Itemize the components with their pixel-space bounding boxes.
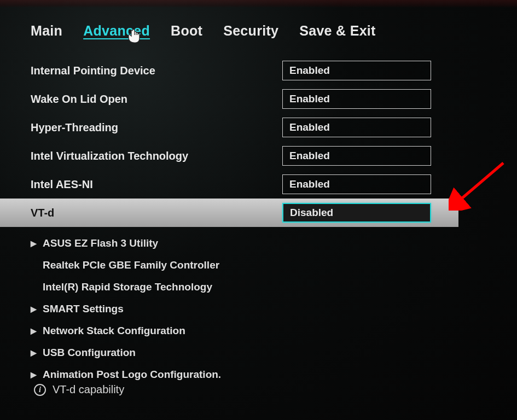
chevron-right-icon: ▶ [31, 305, 38, 313]
setting-value-select[interactable]: Disabled [282, 203, 431, 223]
submenu-animation-post-logo[interactable]: ▶ Animation Post Logo Configuration. [31, 364, 517, 386]
submenu-label: Realtek PCIe GBE Family Controller [43, 259, 219, 271]
setting-label: Hyper-Threading [31, 121, 282, 134]
chevron-right-icon: ▶ [31, 370, 38, 379]
setting-hyper-threading[interactable]: Hyper-Threading Enabled [31, 113, 517, 142]
tab-main[interactable]: Main [31, 23, 62, 39]
setting-label: VT-d [31, 207, 282, 219]
tab-security[interactable]: Security [223, 23, 278, 39]
submenu-label: USB Configuration [43, 347, 136, 359]
submenu-list: ▶ ASUS EZ Flash 3 Utility ▶ Realtek PCIe… [0, 227, 517, 386]
tab-boot[interactable]: Boot [171, 23, 202, 39]
setting-label: Internal Pointing Device [31, 65, 282, 77]
setting-wake-on-lid-open[interactable]: Wake On Lid Open Enabled [31, 85, 517, 113]
submenu-label: Intel(R) Rapid Storage Technology [43, 281, 212, 293]
setting-value-select[interactable]: Enabled [282, 118, 431, 137]
setting-intel-virtualization[interactable]: Intel Virtualization Technology Enabled [31, 142, 517, 170]
submenu-label: ASUS EZ Flash 3 Utility [43, 237, 158, 249]
setting-label: Intel AES-NI [31, 178, 282, 191]
submenu-asus-ez-flash[interactable]: ▶ ASUS EZ Flash 3 Utility [31, 232, 517, 254]
setting-value-select[interactable]: Enabled [282, 146, 431, 166]
tab-save-exit[interactable]: Save & Exit [299, 23, 375, 39]
chevron-right-icon: ▶ [31, 348, 38, 357]
setting-vt-d[interactable]: VT-d Disabled [0, 199, 458, 227]
chevron-right-icon: ▶ [31, 326, 38, 335]
submenu-label: Animation Post Logo Configuration. [43, 369, 221, 381]
setting-value-select[interactable]: Enabled [282, 89, 431, 109]
submenu-smart-settings[interactable]: ▶ SMART Settings [31, 298, 517, 320]
setting-label: Intel Virtualization Technology [31, 150, 282, 162]
submenu-label: SMART Settings [43, 303, 124, 315]
setting-internal-pointing-device[interactable]: Internal Pointing Device Enabled [31, 56, 517, 85]
submenu-intel-rapid-storage[interactable]: ▶ Intel(R) Rapid Storage Technology [31, 276, 517, 298]
settings-list: Internal Pointing Device Enabled Wake On… [0, 39, 517, 227]
tab-advanced[interactable]: Advanced [83, 23, 150, 39]
submenu-realtek-pcie[interactable]: ▶ Realtek PCIe GBE Family Controller [31, 254, 517, 276]
submenu-label: Network Stack Configuration [43, 325, 185, 337]
submenu-usb-config[interactable]: ▶ USB Configuration [31, 342, 517, 364]
setting-value-select[interactable]: Enabled [282, 174, 431, 194]
setting-label: Wake On Lid Open [31, 93, 282, 106]
setting-intel-aes-ni[interactable]: Intel AES-NI Enabled [31, 170, 517, 199]
submenu-network-stack[interactable]: ▶ Network Stack Configuration [31, 320, 517, 342]
window-top-edge [0, 0, 517, 8]
setting-value-select[interactable]: Enabled [282, 61, 431, 80]
chevron-right-icon: ▶ [31, 239, 38, 248]
info-icon: i [34, 384, 46, 396]
help-bar: i VT-d capability [34, 383, 124, 396]
help-text: VT-d capability [53, 383, 124, 396]
